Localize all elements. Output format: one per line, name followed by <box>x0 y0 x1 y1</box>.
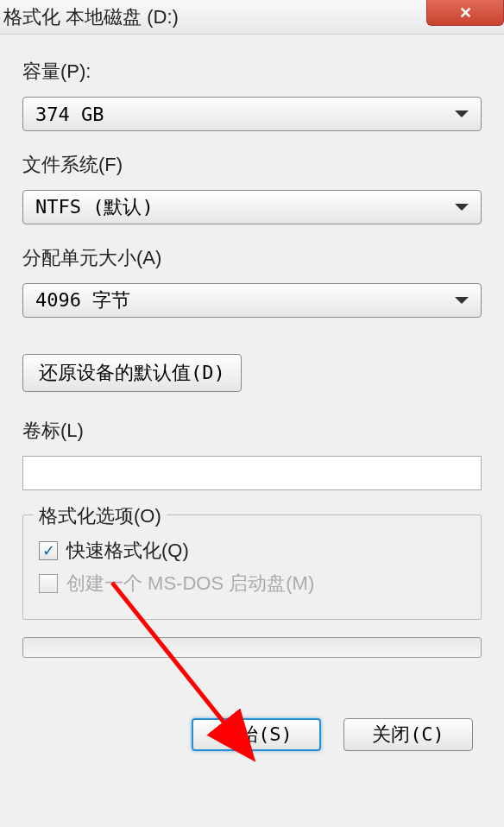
capacity-value: 374 GB <box>35 104 104 125</box>
msdos-disk-label: 创建一个 MS-DOS 启动盘(M) <box>66 571 314 597</box>
volume-label-label: 卷标(L) <box>22 418 482 444</box>
restore-defaults-button[interactable]: 还原设备的默认值(D) <box>22 354 242 392</box>
dialog-footer: 开始(S) 关闭(C) <box>22 718 482 751</box>
filesystem-value: NTFS (默认) <box>35 194 154 220</box>
close-button[interactable]: 关闭(C) <box>343 718 473 751</box>
quick-format-row: ✓ 快速格式化(Q) <box>39 538 465 564</box>
msdos-disk-row: 创建一个 MS-DOS 启动盘(M) <box>39 571 465 597</box>
format-options-fieldset: 格式化选项(O) ✓ 快速格式化(Q) 创建一个 MS-DOS 启动盘(M) <box>22 515 482 620</box>
allocation-label: 分配单元大小(A) <box>22 245 482 271</box>
titlebar: 格式化 本地磁盘 (D:) ✕ <box>0 0 504 35</box>
volume-label-input[interactable] <box>22 456 482 490</box>
filesystem-label: 文件系统(F) <box>22 152 482 178</box>
close-icon: ✕ <box>459 3 472 22</box>
filesystem-dropdown[interactable]: NTFS (默认) <box>22 190 482 224</box>
window-close-button[interactable]: ✕ <box>426 0 504 26</box>
allocation-dropdown[interactable]: 4096 字节 <box>22 283 482 318</box>
quick-format-label: 快速格式化(Q) <box>66 538 189 564</box>
format-options-legend: 格式化选项(O) <box>34 503 167 529</box>
progress-bar <box>22 637 482 658</box>
dialog-body: 容量(P): 374 GB 文件系统(F) NTFS (默认) 分配单元大小(A… <box>0 35 504 768</box>
capacity-label: 容量(P): <box>22 59 482 85</box>
allocation-value: 4096 字节 <box>35 287 130 313</box>
chevron-down-icon <box>455 204 469 211</box>
quick-format-checkbox[interactable]: ✓ <box>39 541 58 560</box>
capacity-dropdown[interactable]: 374 GB <box>22 97 482 131</box>
chevron-down-icon <box>455 110 469 117</box>
msdos-disk-checkbox <box>39 574 58 593</box>
start-button[interactable]: 开始(S) <box>192 718 321 751</box>
chevron-down-icon <box>455 297 469 304</box>
